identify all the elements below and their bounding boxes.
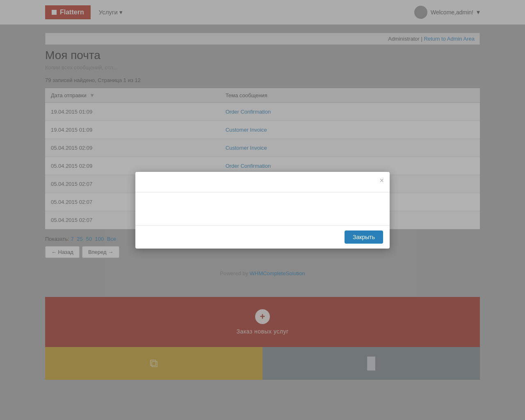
modal-close-button[interactable]: Закрыть bbox=[345, 231, 383, 244]
modal-body bbox=[135, 192, 390, 225]
modal-footer: Закрыть bbox=[135, 225, 390, 249]
modal-close-x-button[interactable]: × bbox=[379, 177, 384, 184]
modal: × Закрыть bbox=[135, 172, 390, 249]
modal-overlay[interactable]: × Закрыть bbox=[0, 0, 525, 420]
modal-header: × bbox=[135, 172, 390, 192]
